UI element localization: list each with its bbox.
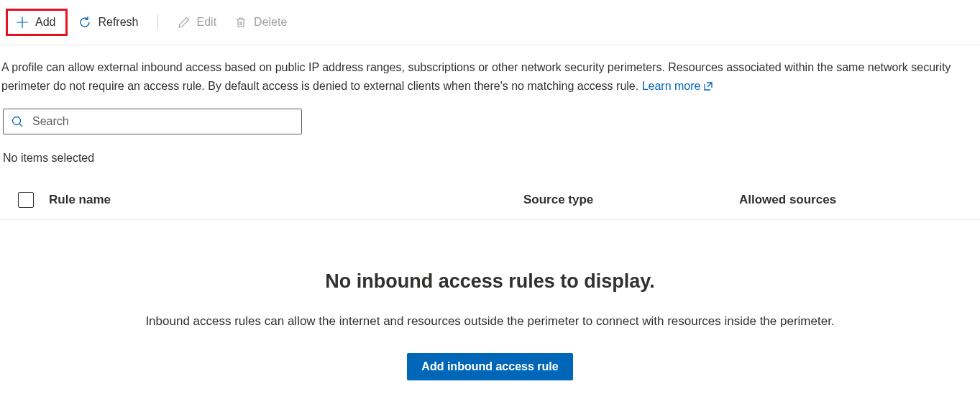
svg-point-0 [13, 117, 21, 125]
plus-icon [15, 15, 29, 29]
toolbar: Add Refresh Edit Delete [0, 0, 980, 45]
edit-button[interactable]: Edit [170, 11, 224, 34]
toolbar-separator [157, 14, 158, 30]
empty-state-title: No inbound access rules to display. [14, 270, 966, 293]
description-text: A profile can allow external inbound acc… [0, 45, 980, 96]
search-input[interactable] [32, 115, 294, 128]
selection-status: No items selected [0, 134, 980, 165]
search-box[interactable] [3, 109, 302, 134]
table-header-row: Rule name Source type Allowed sources [0, 185, 980, 220]
add-button[interactable]: Add [8, 11, 63, 34]
empty-state-subtitle: Inbound access rules can allow the inter… [14, 314, 966, 329]
refresh-label: Refresh [98, 16, 138, 29]
edit-label: Edit [197, 16, 217, 29]
description-body: A profile can allow external inbound acc… [1, 61, 951, 92]
column-source-type[interactable]: Source type [523, 193, 739, 207]
rules-table: Rule name Source type Allowed sources No… [0, 185, 980, 395]
select-all-cell [3, 192, 49, 208]
trash-icon [234, 15, 248, 29]
delete-button[interactable]: Delete [226, 11, 294, 34]
pencil-icon [177, 15, 191, 29]
search-icon [11, 115, 24, 128]
refresh-button[interactable]: Refresh [70, 11, 145, 34]
add-highlight-box: Add [6, 9, 68, 36]
add-label: Add [35, 16, 55, 29]
delete-label: Delete [254, 16, 287, 29]
column-allowed-sources[interactable]: Allowed sources [739, 193, 977, 207]
learn-more-label: Learn more [642, 77, 701, 96]
empty-state: No inbound access rules to display. Inbo… [0, 220, 980, 395]
column-rule-name[interactable]: Rule name [49, 193, 523, 207]
learn-more-link[interactable]: Learn more [642, 77, 714, 96]
external-link-icon [703, 81, 713, 91]
select-all-checkbox[interactable] [18, 192, 34, 208]
refresh-icon [78, 15, 92, 29]
search-container [0, 96, 980, 134]
add-inbound-rule-button[interactable]: Add inbound access rule [407, 353, 572, 380]
